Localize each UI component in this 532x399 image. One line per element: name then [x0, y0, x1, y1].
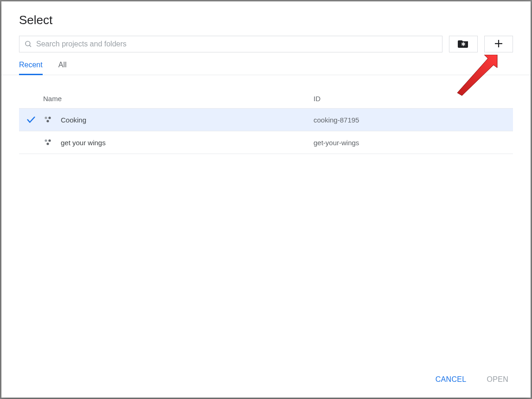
project-table: Name ID Cooking cooking-87195 — [1, 75, 531, 363]
svg-point-13 — [46, 120, 49, 122]
svg-rect-3 — [463, 42, 464, 43]
table-header: Name ID — [19, 90, 513, 109]
svg-point-12 — [48, 116, 51, 119]
row-name: get your wings — [61, 139, 314, 147]
selected-check-icon — [19, 115, 43, 125]
svg-rect-4 — [463, 45, 464, 46]
project-icon — [43, 115, 61, 124]
svg-point-16 — [46, 142, 49, 145]
table-row[interactable]: get your wings get-your-wings — [19, 131, 513, 154]
cancel-button[interactable]: CANCEL — [434, 373, 468, 386]
column-id-header[interactable]: ID — [314, 95, 513, 103]
svg-point-2 — [462, 43, 464, 45]
dialog-title: Select — [1, 1, 531, 36]
select-project-dialog: Select — [1, 1, 531, 398]
tabs: Recent All — [1, 56, 531, 75]
tab-recent[interactable]: Recent — [19, 61, 43, 75]
svg-point-0 — [26, 41, 30, 46]
folder-settings-icon — [458, 39, 469, 50]
row-name: Cooking — [61, 116, 314, 124]
search-box[interactable] — [19, 36, 442, 52]
row-id: get-your-wings — [314, 139, 513, 147]
table-row[interactable]: Cooking cooking-87195 — [19, 109, 513, 131]
column-name-header[interactable]: Name — [43, 95, 314, 103]
row-id: cooking-87195 — [314, 116, 513, 124]
open-button[interactable]: OPEN — [485, 373, 510, 386]
tab-all[interactable]: All — [58, 61, 67, 75]
svg-point-11 — [45, 116, 47, 119]
toolbar — [1, 36, 531, 56]
dialog-buttons: CANCEL OPEN — [1, 363, 531, 398]
svg-point-14 — [45, 139, 47, 142]
project-icon — [43, 138, 61, 147]
svg-line-1 — [29, 45, 31, 47]
new-folder-button[interactable] — [449, 36, 478, 52]
new-project-button[interactable] — [484, 36, 513, 52]
svg-point-15 — [48, 139, 51, 142]
search-icon — [24, 40, 32, 48]
plus-icon — [494, 39, 503, 50]
search-input[interactable] — [36, 40, 437, 48]
